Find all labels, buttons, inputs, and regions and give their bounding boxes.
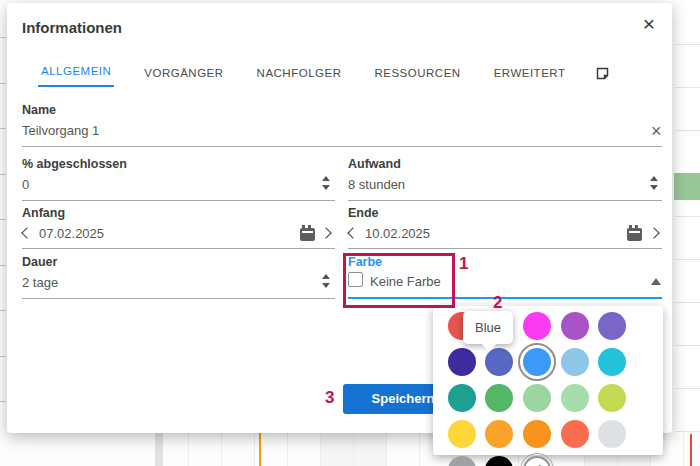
- next-day-icon[interactable]: [648, 227, 659, 238]
- gantt-row-line: [675, 388, 700, 389]
- tab-vorgaenger[interactable]: VORGÄNGER: [141, 63, 226, 87]
- note-icon[interactable]: [595, 66, 610, 81]
- color-swatch-yellow[interactable]: [448, 420, 476, 448]
- gantt-row-tick: [0, 83, 6, 84]
- gantt-row-line: [675, 130, 700, 131]
- tab-erweitert[interactable]: ERWEITERT: [491, 63, 569, 87]
- gantt-gridline: [683, 433, 684, 466]
- gantt-row-line: [675, 431, 700, 432]
- color-swatch-light-gray[interactable]: [598, 420, 626, 448]
- collapse-arrow-icon[interactable]: [651, 278, 661, 285]
- percent-spinner[interactable]: [321, 175, 331, 191]
- color-swatch-black[interactable]: [485, 456, 513, 466]
- gantt-today-line: [259, 433, 261, 466]
- color-swatch-indigo[interactable]: [448, 348, 476, 376]
- gantt-row-line: [675, 302, 700, 303]
- color-swatch-cyan[interactable]: [598, 348, 626, 376]
- next-day-icon[interactable]: [320, 227, 331, 238]
- field-divider: [22, 146, 662, 147]
- end-date-field[interactable]: 10.02.2025: [365, 226, 430, 241]
- effort-spinner[interactable]: [649, 175, 659, 191]
- start-label: Anfang: [22, 206, 65, 220]
- color-swatch-gray[interactable]: [448, 456, 476, 466]
- gantt-row-tick: [0, 265, 6, 266]
- gantt-row-tick: [0, 401, 6, 402]
- gantt-red-line: [690, 434, 692, 466]
- color-swatch-deep-orange[interactable]: [561, 420, 589, 448]
- annotation-step-1: 1: [459, 254, 468, 274]
- color-swatch-blue-violet[interactable]: [485, 348, 513, 376]
- gantt-column-band: [155, 433, 163, 466]
- field-divider: [348, 248, 662, 249]
- gantt-row-tick: [0, 219, 6, 220]
- field-divider: [22, 248, 335, 249]
- gantt-gridline: [188, 433, 189, 466]
- duration-label: Dauer: [22, 255, 57, 269]
- tab-bar: ALLGEMEIN VORGÄNGER NACHFOLGER RESSOURCE…: [38, 61, 610, 87]
- gantt-row-tick: [0, 128, 6, 129]
- annotation-step-2: 2: [493, 293, 502, 313]
- screen: Informationen × ALLGEMEIN VORGÄNGER NACH…: [0, 0, 700, 466]
- name-label: Name: [22, 103, 56, 117]
- color-swatch-purple[interactable]: [561, 312, 589, 340]
- color-swatch-no-color[interactable]: ✓: [523, 456, 551, 466]
- gantt-row-tick: [0, 37, 6, 38]
- effort-label: Aufwand: [348, 157, 401, 171]
- annotation-step-3: 3: [325, 388, 334, 408]
- color-swatch-green[interactable]: [485, 384, 513, 412]
- color-swatch-blue[interactable]: [523, 348, 551, 376]
- field-divider: [22, 298, 335, 299]
- color-swatch-light-green[interactable]: [523, 384, 551, 412]
- gantt-row-line: [675, 259, 700, 260]
- gantt-row-line: [675, 345, 700, 346]
- gantt-row-line: [675, 44, 700, 45]
- percent-field[interactable]: 0: [22, 177, 29, 192]
- name-field[interactable]: Teilvorgang 1: [22, 123, 99, 138]
- gantt-row-tick: [0, 310, 6, 311]
- calendar-icon[interactable]: [627, 228, 642, 241]
- percent-label: % abgeschlossen: [22, 157, 127, 171]
- clear-icon[interactable]: ×: [651, 124, 662, 138]
- start-date-field[interactable]: 07.02.2025: [39, 226, 104, 241]
- field-divider: [348, 200, 662, 201]
- gantt-gridline: [320, 433, 321, 466]
- prev-day-icon[interactable]: [347, 227, 358, 238]
- gantt-gridline: [386, 433, 387, 466]
- end-label: Ende: [348, 206, 379, 220]
- color-swatch-pale-green[interactable]: [561, 384, 589, 412]
- gantt-row-tick: [0, 356, 6, 357]
- gantt-row-line: [675, 216, 700, 217]
- gantt-right-rows: [672, 0, 700, 466]
- gantt-row-line: [675, 87, 700, 88]
- tab-ressourcen[interactable]: RESSOURCEN: [371, 63, 463, 87]
- annotation-box-1: [343, 253, 455, 308]
- color-tooltip: Blue: [463, 311, 513, 344]
- color-swatch-teal[interactable]: [448, 384, 476, 412]
- duration-field[interactable]: 2 tage: [22, 275, 58, 290]
- gantt-gridline: [221, 433, 222, 466]
- duration-spinner[interactable]: [321, 273, 331, 289]
- gantt-gridline: [254, 433, 255, 466]
- color-swatch-violet[interactable]: [598, 312, 626, 340]
- gantt-row-tick: [0, 174, 6, 175]
- color-swatch-magenta[interactable]: [523, 312, 551, 340]
- color-swatch-yellow-green[interactable]: [598, 384, 626, 412]
- tab-nachfolger[interactable]: NACHFOLGER: [254, 63, 345, 87]
- gantt-left-edge: [0, 0, 7, 466]
- effort-field[interactable]: 8 stunden: [348, 177, 405, 192]
- color-swatch-light-orange[interactable]: [485, 420, 513, 448]
- gantt-gridline: [287, 433, 288, 466]
- field-divider: [22, 200, 335, 201]
- prev-day-icon[interactable]: [21, 227, 32, 238]
- tab-allgemein[interactable]: ALLGEMEIN: [38, 61, 114, 87]
- gantt-task-bar: [674, 173, 700, 200]
- close-icon[interactable]: ×: [638, 13, 660, 35]
- gantt-gridline: [353, 433, 354, 466]
- dialog-title: Informationen: [22, 19, 122, 36]
- color-swatch-orange[interactable]: [523, 420, 551, 448]
- color-swatch-light-blue[interactable]: [561, 348, 589, 376]
- calendar-icon[interactable]: [300, 228, 315, 241]
- gantt-gridline: [419, 433, 420, 466]
